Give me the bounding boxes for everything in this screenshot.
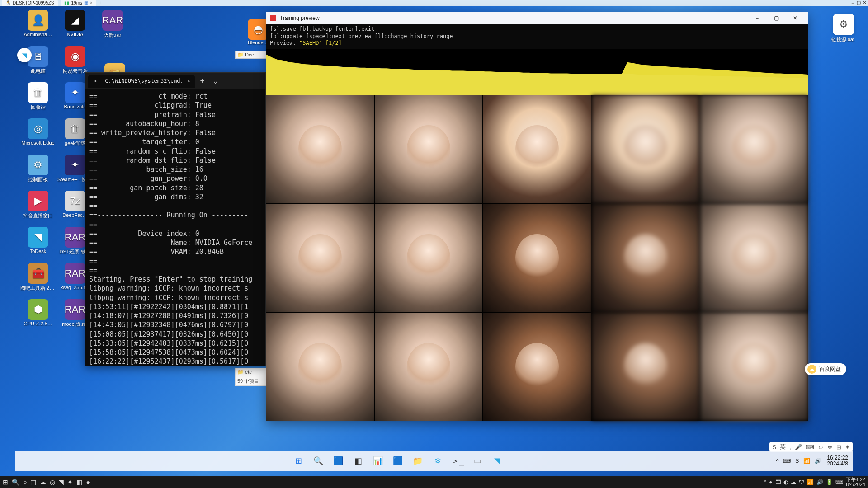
- baidu-netdisk-widget[interactable]: ☁ 百度网盘: [805, 363, 846, 375]
- host-taskbar-icon[interactable]: ◧: [76, 479, 82, 486]
- desktop-icon[interactable]: ◎Microsoft Edge: [20, 118, 56, 154]
- terminal-tab-close[interactable]: ×: [187, 78, 190, 84]
- desktop-icon-label: Microsoft Edge: [21, 140, 54, 145]
- host-taskbar-icon[interactable]: 🔍: [12, 479, 19, 486]
- tray-icon[interactable]: 🔊: [815, 458, 821, 464]
- tray-icon[interactable]: 📶: [803, 458, 810, 464]
- training-preview-window: Training preview － ▢ ✕ [s]:save [b]:back…: [266, 12, 808, 421]
- desktop-icon-linkyuan[interactable]: 链接源.bat: [831, 36, 854, 43]
- ime-toolbar[interactable]: S英,🎤⌨☺❖⊞✦: [769, 442, 853, 452]
- taskbar-center: ⊞🔍🟦◧📊🟦📁❄＞_▭◥: [291, 454, 505, 468]
- taskbar-app-icon[interactable]: ◥: [490, 454, 505, 468]
- taskbar-app-icon[interactable]: 🟦: [391, 454, 405, 468]
- host-tray-icon[interactable]: 🔋: [826, 479, 833, 485]
- host-taskbar-icon[interactable]: ☁: [40, 479, 46, 486]
- session-tab-2-close[interactable]: ×: [90, 0, 93, 5]
- window-minimize[interactable]: －: [850, 0, 855, 6]
- taskbar-app-icon[interactable]: 📊: [371, 454, 385, 468]
- host-tray-icon[interactable]: 🛡: [799, 479, 804, 485]
- desktop-icon[interactable]: ▶抖音直播窗口: [20, 191, 56, 226]
- host-taskbar-icon[interactable]: ◫: [30, 479, 36, 486]
- desktop-icon[interactable]: ◢NVIDIA: [57, 10, 93, 45]
- desktop-icon[interactable]: 👤Administra…: [20, 10, 56, 45]
- app-icon: 🗑: [65, 118, 85, 139]
- window-close[interactable]: ✕: [786, 13, 804, 23]
- settings-floating-button[interactable]: ⚙: [833, 14, 854, 35]
- session-tab-1[interactable]: 🐧 DESKTOP-10995ZS: [2, 0, 58, 6]
- taskbar-clock[interactable]: 16:22:22 2024/4/8: [827, 455, 848, 467]
- ime-item[interactable]: S: [772, 444, 776, 450]
- window-close[interactable]: ✕: [863, 0, 866, 6]
- desktop-icon[interactable]: 🧰图吧工具箱 2024: [20, 263, 56, 298]
- taskbar-app-icon[interactable]: ◧: [351, 454, 365, 468]
- ime-item[interactable]: ✦: [845, 444, 850, 450]
- ime-item[interactable]: ☺: [818, 444, 824, 450]
- terminal-new-tab[interactable]: +: [197, 77, 208, 85]
- desktop-icon[interactable]: 🗑回收站: [20, 82, 56, 117]
- desktop-icon-label: 此电脑: [31, 68, 46, 75]
- ime-item[interactable]: 英: [780, 443, 786, 451]
- app-icon: ▶: [28, 191, 48, 211]
- window-maximize[interactable]: ▢: [857, 0, 861, 6]
- new-tab-button[interactable]: +: [99, 0, 102, 5]
- ime-item[interactable]: ⌨: [806, 444, 814, 450]
- app-icon: RAR: [102, 10, 123, 31]
- host-tray-icon[interactable]: 🗔: [775, 479, 781, 485]
- tray-icon[interactable]: S: [795, 458, 799, 464]
- taskbar-app-icon[interactable]: ⊞: [291, 454, 306, 468]
- session-tab-2[interactable]: ▮▮ 19ms ▦ ×: [61, 0, 96, 6]
- ime-item[interactable]: ⊞: [836, 444, 841, 450]
- app-icon: RAR: [65, 299, 85, 320]
- preview-titlebar[interactable]: Training preview － ▢ ✕: [266, 12, 808, 24]
- face-cell: [483, 313, 591, 421]
- remote-session-tabbar: 🐧 DESKTOP-10995ZS ▮▮ 19ms ▦ × + － ▢ ✕: [0, 0, 868, 6]
- ime-item[interactable]: ❖: [827, 444, 833, 450]
- host-tray-icon[interactable]: ⌨: [835, 479, 843, 485]
- todesk-floating-bubble[interactable]: ◥: [17, 48, 32, 62]
- taskbar-app-icon[interactable]: ❄: [430, 454, 445, 468]
- hotkey-line: [p]:update [space]:next preview [l]:chan…: [270, 33, 804, 40]
- terminal-tab-dropdown[interactable]: ⌄: [210, 77, 221, 85]
- taskbar-app-icon[interactable]: ＞_: [450, 454, 465, 468]
- face-cell: [592, 313, 699, 421]
- taskbar-app-icon[interactable]: 🔍: [311, 454, 326, 468]
- app-icon: [270, 15, 276, 21]
- host-tray-icon[interactable]: 📶: [807, 479, 814, 485]
- tray-icon[interactable]: ^: [776, 458, 779, 464]
- ime-item[interactable]: 🎤: [795, 444, 802, 450]
- desktop-icon[interactable]: ⚙控制面板: [20, 155, 56, 190]
- host-taskbar-icon[interactable]: ○: [23, 479, 27, 486]
- window-maximize[interactable]: ▢: [767, 13, 785, 23]
- tray-icon[interactable]: ⌨: [783, 458, 791, 464]
- desktop-icon-label: 回收站: [31, 104, 46, 111]
- folder-icon: 📁 etc: [237, 369, 269, 375]
- ime-item[interactable]: ,: [789, 444, 791, 450]
- host-taskbar-icon[interactable]: ◥: [59, 479, 64, 486]
- face-cell: [266, 204, 374, 312]
- taskbar-date: 2024/4/8: [827, 461, 848, 467]
- taskbar-app-icon[interactable]: 📁: [410, 454, 425, 468]
- window-minimize[interactable]: －: [748, 13, 766, 23]
- host-tray-icon[interactable]: ^: [764, 479, 767, 485]
- host-taskbar-icon[interactable]: ◎: [50, 479, 55, 486]
- host-taskbar-icon[interactable]: ✦: [67, 479, 73, 486]
- face-cell: [592, 95, 699, 203]
- taskbar-app-icon[interactable]: 🟦: [331, 454, 345, 468]
- hotkey-line: Preview: "SAEHD" [1/2]: [270, 40, 804, 47]
- desktop-icon[interactable]: ⬢GPU-Z.2.5…: [20, 299, 56, 334]
- host-taskbar-icon[interactable]: ●: [86, 479, 90, 486]
- host-tray-icon[interactable]: ◐: [783, 479, 788, 485]
- host-tray-icon[interactable]: ●: [769, 479, 772, 485]
- taskbar-app-icon[interactable]: ▭: [470, 454, 485, 468]
- host-tray-icon[interactable]: ☁: [791, 479, 796, 485]
- face-cell: [700, 95, 808, 203]
- desktop-icon[interactable]: ◥ToDesk: [20, 227, 56, 262]
- taskbar-tray: ^⌨S📶🔊 16:22:22 2024/4/8: [776, 455, 848, 467]
- host-taskbar-icon[interactable]: ⊞: [3, 479, 8, 486]
- terminal-output[interactable]: == ct_mode: rct == clipgrad: True == pre…: [85, 89, 265, 366]
- desktop-icon[interactable]: RAR火箭.rar: [102, 10, 123, 38]
- face-cell: [266, 313, 374, 421]
- grid-icon: ▦: [84, 0, 88, 5]
- host-tray-icon[interactable]: 🔊: [816, 479, 823, 485]
- terminal-tab-cmd[interactable]: ＞_ C:\WINDOWS\system32\cmd. ×: [88, 75, 195, 88]
